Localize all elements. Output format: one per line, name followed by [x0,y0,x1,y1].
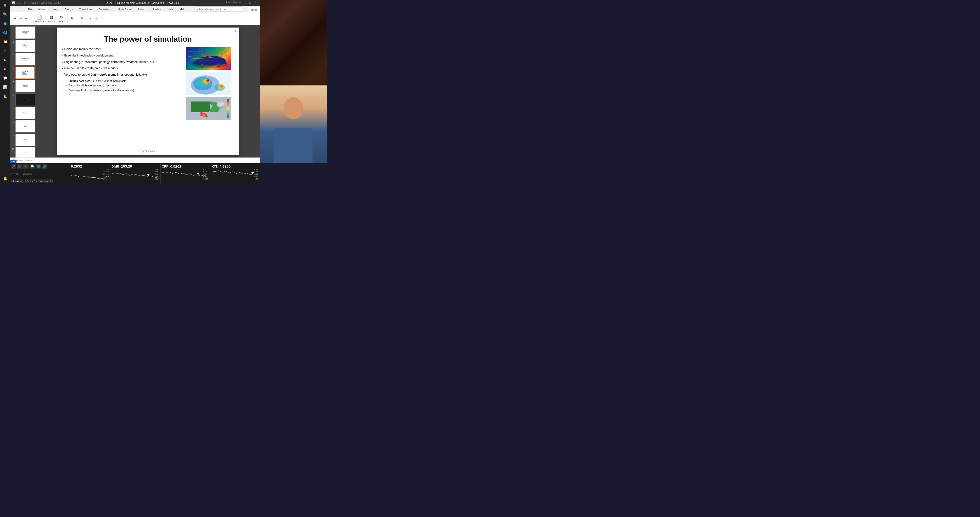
trading-bar: XLM 0.2632 0.2750 0.2700 0.2675 0.2650 0… [61,163,260,184]
xrp-chart [162,169,208,183]
ppt-icon[interactable]: P [1,46,10,55]
ribbon-content: 💾 ↩ ↪ 📄 New Slide ▦ Layout ↺ Reset B I U [10,12,260,25]
share-button[interactable]: Share [248,7,260,12]
log-bar: Show Log Errors: 0 Warnings: 0 [11,180,70,183]
warnings-button[interactable]: Warnings: 0 [38,180,53,183]
xmr-chart [112,169,159,183]
sub-bullet-3: • Oversimplification of chaotic systems … [67,88,186,93]
quick-access: 💾 ↩ ↪ [12,17,28,20]
align-left-button[interactable]: ≡ [88,17,92,20]
window-title: 2021-12-13 The problem with manual tradi… [63,2,224,4]
tab-file[interactable]: File [24,7,35,12]
new-slide-button[interactable]: 📄 New Slide [33,14,46,23]
time-display: 6:56 PM 2021-12-13 [11,172,70,176]
webcam-feed [260,85,327,163]
slide-main: 4 The power of simulation • Relive and m… [36,25,260,158]
xtz-symbol: XTZ [212,165,218,168]
errors-button[interactable]: Errors: 0 [25,180,37,183]
search-icon[interactable]: 🔍 [1,10,10,19]
notes-bar[interactable]: Click to add notes [10,158,260,163]
app6-icon[interactable]: 📊 [1,83,10,91]
app4-icon[interactable]: ⚙ [1,65,10,73]
date: 2021-12-13 [22,173,33,176]
slide-thumb-2[interactable]: 2 Agenda • item 1• item 2• item 3 [11,40,35,52]
xmr-levels: 200 198 196 194 192 [155,168,158,180]
svg-point-4 [218,64,220,66]
time: 6:56 PM [11,173,19,176]
cam-icon[interactable]: 📷 [17,164,22,169]
app8-icon[interactable]: 🔔 [1,174,10,183]
tab-insert[interactable]: Insert [49,7,62,12]
reset-button[interactable]: ↺ Reset [57,14,66,23]
svg-point-2 [202,64,204,66]
mic-icon[interactable]: 🎤 [11,164,16,169]
search-input[interactable] [194,6,242,12]
xtz-chart [212,169,258,183]
bullet-5: • Very easy to create bad models (someti… [62,72,186,78]
tab-review[interactable]: Review [150,7,164,12]
slide-thumb-4[interactable]: 4 Power of sim • Relive... • Essential..… [11,67,35,79]
xrp-levels: 0.85 0.84 0.83 0.82 0.815 [204,168,208,180]
xrp-symbol: XRP [162,165,169,168]
slide-thumb-5[interactable]: 5 Backtesting Content here [11,80,35,93]
tab-transitions[interactable]: Transitions [76,7,95,12]
xlm-price: 0.2632 [71,164,82,168]
system-tray-icons: 🎤 📷 ⚙ 💬 🌐 🔊 [11,164,70,169]
app5-icon[interactable]: 💬 [1,74,10,82]
right-panel [260,0,327,184]
tab-home[interactable]: Home [35,7,48,12]
app7-icon[interactable]: 🐍 [1,92,10,101]
layout-button[interactable]: ▦ Layout [47,14,56,23]
maximize-button[interactable]: □ [248,1,252,5]
tab-help[interactable]: Help [177,7,189,12]
slide-thumb-9[interactable]: 9 Slide 9 [11,134,35,146]
close-button[interactable]: ✕ [254,1,258,5]
windows-icon[interactable]: ⊞ [1,1,10,10]
volume-icon[interactable]: 🔊 [42,164,48,169]
arrange-button[interactable]: ⧉ [100,16,105,20]
tab-slideshow[interactable]: Slide Show [115,7,134,12]
edge-icon[interactable]: 🌐 [1,28,10,37]
undo-button[interactable]: ↩ [18,17,23,20]
tab-animations[interactable]: Animations [95,7,115,12]
user-name: Pasca Davide [226,1,241,5]
bold-button[interactable]: B [70,17,74,20]
search-bar [189,6,248,12]
taskview-icon[interactable]: ▣ [1,19,10,28]
slide-thumb-6[interactable]: 6 Dark slide content [11,93,35,106]
shapes-button[interactable]: ⬜ [94,17,99,20]
show-log-button[interactable]: Show Log [11,180,24,183]
explorer-icon[interactable]: 📁 [1,37,10,46]
stress-image [186,97,231,120]
slide-thumb-1[interactable]: 1 The problem with manual trading [11,26,35,39]
chat-icon[interactable]: 💬 [30,164,35,169]
bullet-2: • Essential in technology development [62,53,186,58]
settings-icon[interactable]: ⚙ [24,164,29,169]
bottom-left-area: 🎤 📷 ⚙ 💬 🌐 🔊 6:56 PM 2021-12-13 Show Log … [10,163,71,184]
sub-bullet-2: • Bad or insufficient estimation of outc… [67,83,186,88]
save-button[interactable]: 💾 [12,17,18,20]
slide-canvas: 4 The power of simulation • Relive and m… [57,27,239,155]
underline-button[interactable]: U [80,17,84,20]
tab-design[interactable]: Design [62,7,76,12]
redo-button[interactable]: ↪ [24,17,28,20]
xmr-symbol: XMR [112,165,119,168]
slide-title[interactable]: The power of simulation [57,27,239,43]
cfd-image [186,47,231,70]
slide-content: • Relive and modify the past ! • Essenti… [57,47,239,120]
svg-point-15 [220,85,223,88]
slide-number: 4 [234,29,236,32]
main-area: 📊/TPM/TPM > # RockerA session hd madde/ … [10,0,260,184]
slide-thumb-7[interactable]: 7 Chart slide [11,107,35,119]
slide-thumb-3[interactable]: 3 What is sim • Text• Text [11,53,35,65]
italic-button[interactable]: I [75,17,79,20]
tab-record[interactable]: Record [135,7,149,12]
network-icon[interactable]: 🌐 [36,164,41,169]
tab-view[interactable]: View [165,7,177,12]
minimize-button[interactable]: — [242,1,247,5]
slide-thumb-10[interactable]: 10 Slide 10 [11,147,35,158]
app3-icon[interactable]: ▶ [1,56,10,64]
slide-thumb-8[interactable]: 8 Slide 8 [11,120,35,132]
ticker-xtz: XTZ 4.3280 4.99 4.55 4.44 4.30 4.25 [210,163,260,184]
weather-image [186,72,231,95]
